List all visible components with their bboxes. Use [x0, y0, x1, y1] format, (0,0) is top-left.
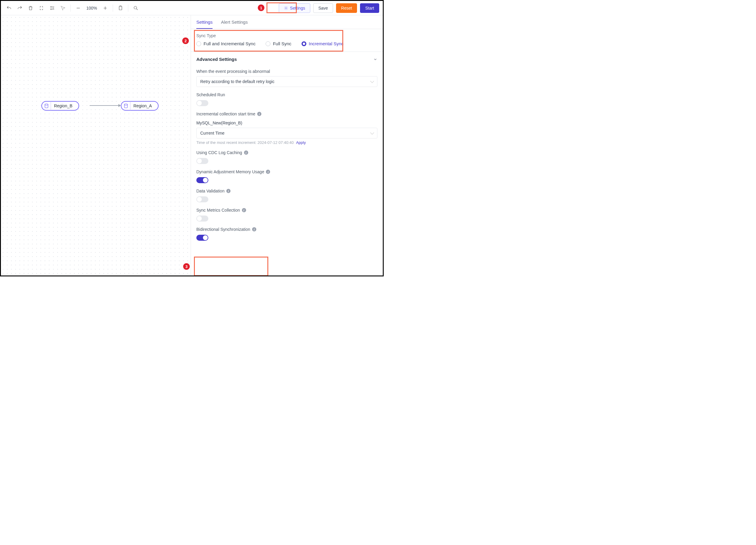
- node-label: Region_A: [130, 103, 158, 108]
- cdc-label: Using CDC Log Cachingi: [196, 150, 377, 155]
- callout-badge-2: 2: [182, 37, 189, 44]
- data-validation-label: Data Validationi: [196, 189, 377, 193]
- bidirectional-label: Bidirectional Synchronizationi: [196, 227, 377, 232]
- node-label: Region_B: [51, 103, 79, 108]
- zoom-in-icon[interactable]: [101, 4, 110, 13]
- arrow: [90, 105, 118, 106]
- database-icon: [121, 101, 130, 110]
- info-icon: i: [244, 150, 248, 155]
- collapse-icon[interactable]: [37, 4, 46, 13]
- cdc-toggle[interactable]: [196, 158, 208, 164]
- incremental-start-label: Incremental collection start timei: [196, 112, 377, 116]
- search-icon[interactable]: [131, 4, 140, 13]
- increment-hint: Time of the most recent increment: 2024-…: [196, 140, 294, 145]
- arrow-head-icon: [118, 104, 121, 107]
- sync-type-label: Sync Type: [196, 33, 377, 38]
- radio-incremental-sync[interactable]: Incremental Sync: [302, 41, 344, 46]
- node-region-b[interactable]: Region_B: [41, 101, 79, 111]
- separator: [128, 4, 128, 12]
- bidirectional-toggle[interactable]: [196, 235, 208, 241]
- settings-panel: Settings Alert Settings Sync Type Full a…: [191, 15, 383, 275]
- zoom-value: 100%: [85, 6, 99, 10]
- redo-icon[interactable]: [15, 4, 24, 13]
- info-icon: i: [226, 189, 231, 193]
- svg-point-2: [286, 7, 287, 9]
- incremental-time-select[interactable]: Current Time: [196, 128, 377, 138]
- svg-point-4: [124, 104, 127, 105]
- zoom-out-icon[interactable]: [74, 4, 83, 13]
- advanced-settings-header[interactable]: Advanced Settings: [196, 52, 377, 64]
- undo-icon[interactable]: [4, 4, 13, 13]
- abnormal-label: When the event processing is abnormal: [196, 69, 377, 74]
- tab-settings[interactable]: Settings: [196, 19, 213, 29]
- scheduled-run-label: Scheduled Run: [196, 92, 377, 97]
- separator: [70, 4, 71, 12]
- radio-full-sync[interactable]: Full Sync: [266, 41, 291, 46]
- align-icon[interactable]: [48, 4, 57, 13]
- svg-rect-0: [119, 6, 122, 10]
- settings-button[interactable]: Settings: [279, 3, 310, 13]
- gear-icon: [284, 6, 288, 10]
- info-icon: i: [242, 208, 246, 212]
- info-icon: i: [266, 170, 270, 174]
- dynamic-mem-label: Dynamic Adjustment Memory Usagei: [196, 169, 377, 174]
- start-button[interactable]: Start: [360, 3, 379, 13]
- svg-point-3: [45, 104, 48, 105]
- radio-full-and-incremental[interactable]: Full and Incremental Sync: [196, 41, 255, 46]
- reset-button[interactable]: Reset: [336, 3, 357, 13]
- sync-metrics-toggle[interactable]: [196, 216, 208, 222]
- save-button[interactable]: Save: [313, 3, 333, 13]
- callout-badge-1: 1: [258, 4, 264, 11]
- abnormal-select[interactable]: Retry according to the default retry log…: [196, 76, 377, 87]
- chevron-down-icon: [373, 57, 377, 61]
- canvas[interactable]: Region_B Region_A: [1, 15, 191, 275]
- incremental-source: MySQL_New(Region_B): [196, 121, 377, 125]
- svg-point-1: [134, 6, 137, 9]
- apply-link[interactable]: Apply: [296, 140, 306, 145]
- pointer-icon[interactable]: [58, 4, 67, 13]
- node-region-a[interactable]: Region_A: [121, 101, 159, 111]
- dynamic-mem-toggle[interactable]: [196, 177, 208, 183]
- scheduled-run-toggle[interactable]: [196, 100, 208, 106]
- sync-metrics-label: Sync Metrics Collectioni: [196, 208, 377, 213]
- toolbar: 100% Settings Save Reset Start: [1, 1, 383, 15]
- clipboard-icon[interactable]: [116, 4, 125, 13]
- info-icon: i: [252, 227, 256, 231]
- trash-icon[interactable]: [26, 4, 35, 13]
- info-icon: i: [257, 112, 261, 116]
- data-validation-toggle[interactable]: [196, 196, 208, 202]
- database-icon: [42, 101, 51, 110]
- callout-badge-3: 3: [183, 263, 190, 270]
- tab-alert-settings[interactable]: Alert Settings: [221, 19, 248, 29]
- separator: [113, 4, 113, 12]
